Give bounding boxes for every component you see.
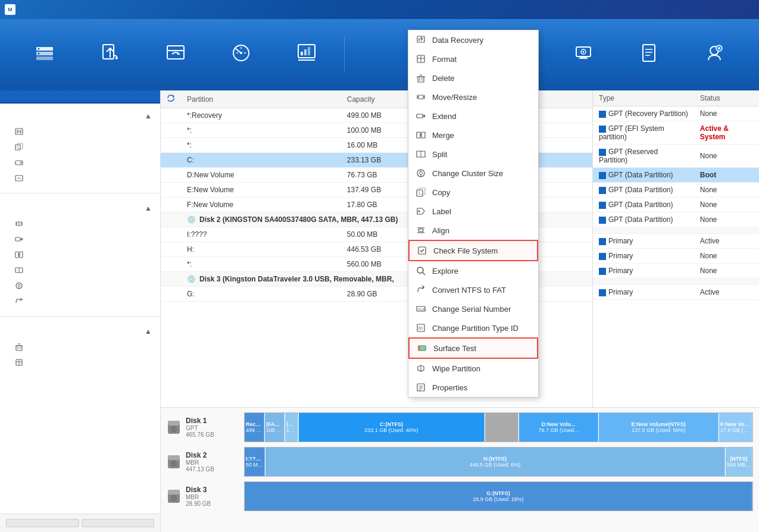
context-menu-item-change-cluster[interactable]: Change Cluster Size bbox=[408, 164, 538, 183]
sidebar-item-move-resize[interactable] bbox=[0, 216, 160, 231]
align-icon bbox=[416, 225, 426, 236]
toolbar-partition-recovery[interactable] bbox=[143, 28, 208, 82]
disk-row: Disk 2 MBR 447.13 GB I:????(NTFS) 50 MB … bbox=[167, 447, 753, 477]
disk-type: MBR bbox=[186, 459, 239, 466]
svg-point-39 bbox=[20, 162, 22, 164]
context-menu-item-delete[interactable]: Delete bbox=[408, 68, 538, 87]
table-row-right[interactable]: GPT (EFI System partition)Active & Syste… bbox=[593, 121, 759, 145]
sidebar-item-change-cluster[interactable] bbox=[0, 278, 160, 293]
minimize-button[interactable] bbox=[702, 3, 719, 16]
table-row-right[interactable] bbox=[593, 278, 759, 285]
toolbar-disk-benchmark[interactable] bbox=[208, 28, 274, 82]
context-menu-label: Change Cluster Size bbox=[432, 169, 503, 178]
sidebar-item-extend[interactable] bbox=[0, 231, 160, 247]
partition-mgmt-header[interactable]: ▲ bbox=[0, 324, 160, 339]
close-button[interactable] bbox=[738, 3, 754, 16]
context-menu-item-check-fs[interactable]: Check File System bbox=[408, 240, 538, 261]
table-row-right[interactable]: GPT (Reserved Partition)None bbox=[593, 145, 759, 168]
context-menu-label: Move/Resize bbox=[432, 93, 477, 102]
toolbar-bootable-media[interactable] bbox=[551, 28, 616, 82]
context-menu-item-copy[interactable]: Copy bbox=[408, 183, 538, 202]
format-partition-icon bbox=[14, 358, 24, 367]
sidebar-item-convert-ntfs[interactable] bbox=[0, 293, 160, 309]
properties-icon bbox=[416, 382, 426, 393]
context-menu-item-change-serial[interactable]: #1234 Change Serial Number bbox=[408, 299, 538, 318]
undo-button[interactable] bbox=[82, 519, 155, 527]
disk-segment[interactable]: C:(NTFS) 233.1 GB (Used: 40%) bbox=[299, 413, 485, 442]
sidebar-item-copy-disk[interactable] bbox=[0, 155, 160, 170]
disk-segment[interactable]: (Other) 16 MB bbox=[285, 413, 298, 442]
data-recovery-icon bbox=[416, 35, 426, 45]
disk-segment[interactable]: G:(NTFS) 28.9 GB (Used: 18%) bbox=[245, 482, 752, 511]
window-controls bbox=[702, 3, 754, 16]
disk-segment[interactable]: (NTFS) 560 MB (Us... bbox=[726, 447, 752, 476]
context-menu-item-extend[interactable]: Extend bbox=[408, 107, 538, 126]
col-refresh[interactable] bbox=[161, 90, 181, 108]
table-row-right[interactable]: GPT (Data Partition)None bbox=[593, 212, 759, 227]
disk-segment[interactable] bbox=[485, 413, 519, 442]
context-menu-item-properties[interactable]: Properties bbox=[408, 378, 538, 397]
disk-segment[interactable]: D:New Volu... 76.7 GB (Used... bbox=[519, 413, 599, 442]
svg-point-51 bbox=[18, 284, 20, 287]
sidebar-item-format-partition[interactable] bbox=[0, 355, 160, 370]
disk-segment[interactable]: I:????(NTFS) 50 MB (Use... bbox=[245, 447, 265, 476]
context-menu-label: Format bbox=[432, 55, 457, 64]
context-menu-item-align[interactable]: Align bbox=[408, 221, 538, 240]
delete-partition-icon bbox=[14, 342, 24, 352]
disk-segment[interactable]: (FAT32) 100 MB (Us... bbox=[265, 413, 285, 442]
maximize-button[interactable] bbox=[720, 3, 736, 16]
table-row-right[interactable] bbox=[593, 227, 759, 234]
change-partition-header[interactable]: ▲ bbox=[0, 201, 160, 216]
context-menu-item-move-resize[interactable]: Move/Resize bbox=[408, 87, 538, 107]
context-menu-item-change-type[interactable]: ID Change Partition Type ID bbox=[408, 318, 538, 337]
sidebar-item-delete-partition[interactable] bbox=[0, 339, 160, 355]
sidebar-tab bbox=[0, 90, 160, 104]
space-analyzer-icon bbox=[295, 41, 318, 65]
partition-recovery-icon bbox=[164, 41, 188, 65]
disk-segment[interactable]: F:New Volu... 17.8 GB (Us... bbox=[719, 413, 752, 442]
toolbar-register[interactable] bbox=[682, 28, 747, 82]
svg-rect-16 bbox=[304, 49, 307, 55]
sidebar-item-copy-partition[interactable] bbox=[0, 139, 160, 155]
disk-segment[interactable]: E:New Volume(NTFS) 137.5 GB (Used: 59%) bbox=[599, 413, 719, 442]
table-row-right[interactable]: PrimaryActive bbox=[593, 285, 759, 300]
table-row-right[interactable]: PrimaryNone bbox=[593, 249, 759, 264]
disk-bar[interactable]: Recovery(N 499 MB (Us... (FAT32) 100 MB … bbox=[244, 412, 753, 442]
disk-segment[interactable]: Recovery(N 499 MB (Us... bbox=[245, 413, 264, 442]
disk-bar[interactable]: I:????(NTFS) 50 MB (Use... H:(NTFS) 446.… bbox=[244, 447, 753, 477]
divider2 bbox=[0, 316, 160, 317]
context-menu-item-merge[interactable]: Merge bbox=[408, 126, 538, 145]
table-row-right[interactable]: GPT (Data Partition)Boot bbox=[593, 168, 759, 183]
context-menu-item-surface-test[interactable]: Surface Test bbox=[408, 337, 538, 359]
apply-button[interactable] bbox=[6, 519, 79, 527]
table-row-right[interactable]: GPT (Recovery Partition)None bbox=[593, 107, 759, 121]
toolbar-data-recovery[interactable] bbox=[77, 28, 143, 82]
context-menu-item-split[interactable]: Split bbox=[408, 145, 538, 164]
table-row-right[interactable]: PrimaryActive bbox=[593, 234, 759, 249]
svg-rect-21 bbox=[579, 58, 588, 59]
table-row-right[interactable]: PrimaryNone bbox=[593, 264, 759, 278]
disk-segment[interactable]: H:(NTFS) 446.5 GB (Used: 6%) bbox=[266, 447, 725, 476]
sidebar-item-split[interactable] bbox=[0, 262, 160, 278]
wizard-section-header[interactable]: ▲ bbox=[0, 108, 160, 124]
context-menu-label: Surface Test bbox=[433, 344, 476, 353]
context-menu-item-explore[interactable]: Explore bbox=[408, 261, 538, 280]
sidebar-item-merge[interactable] bbox=[0, 247, 160, 262]
extend-icon bbox=[14, 234, 24, 244]
toolbar-data-backup[interactable] bbox=[12, 28, 77, 82]
app-logo: M bbox=[5, 4, 15, 15]
sidebar-item-partition-recovery-wiz[interactable] bbox=[0, 170, 160, 186]
context-menu-item-data-recovery[interactable]: Data Recovery bbox=[408, 30, 538, 49]
table-row-right[interactable]: GPT (Data Partition)None bbox=[593, 183, 759, 198]
sidebar: ▲ bbox=[0, 90, 161, 532]
context-menu-item-convert-ntfs-fat[interactable]: Convert NTFS to FAT bbox=[408, 280, 538, 299]
context-menu-item-format[interactable]: Format bbox=[408, 49, 538, 68]
context-menu-label: Extend bbox=[432, 112, 456, 121]
context-menu-item-label[interactable]: Label bbox=[408, 202, 538, 221]
toolbar-manual[interactable] bbox=[616, 28, 682, 82]
disk-bar[interactable]: G:(NTFS) 28.9 GB (Used: 18%) bbox=[244, 481, 753, 511]
sidebar-item-migrate-os[interactable] bbox=[0, 124, 160, 139]
toolbar-space-analyzer[interactable] bbox=[274, 28, 339, 82]
table-row-right[interactable]: GPT (Data Partition)None bbox=[593, 198, 759, 212]
context-menu-item-wipe[interactable]: Wipe Partition bbox=[408, 359, 538, 378]
